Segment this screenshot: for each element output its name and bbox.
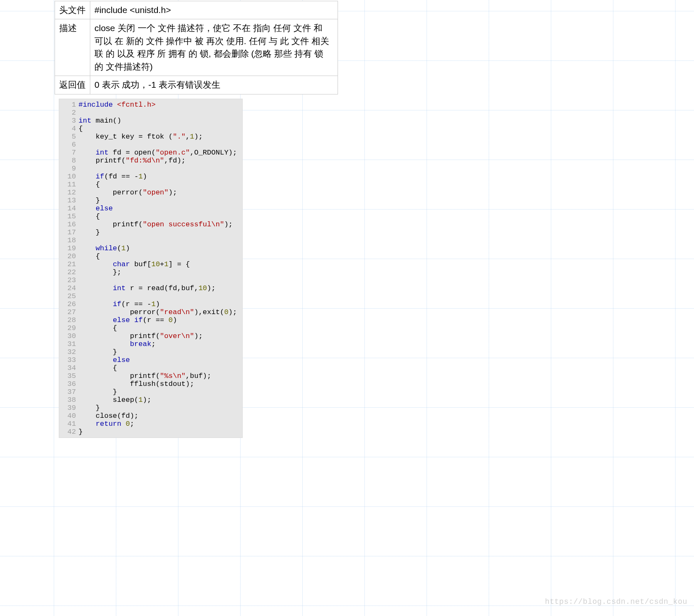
line-number: 1 (59, 101, 79, 109)
code-line: 9 (59, 165, 242, 173)
table-row: 返回值 0 表示 成功，-1 表示有错误发生 (55, 76, 338, 94)
code-source: sleep(1); (79, 396, 242, 404)
line-number: 36 (59, 380, 79, 388)
line-number: 4 (59, 125, 79, 133)
line-number: 2 (59, 109, 79, 117)
row-label: 头文件 (55, 1, 90, 19)
code-line: 31 break; (59, 340, 242, 348)
code-source: } (79, 228, 242, 236)
line-number: 21 (59, 260, 79, 268)
code-source: key_t key = ftok (".",1); (79, 133, 242, 141)
line-number: 19 (59, 244, 79, 252)
code-line: 30 printf("over\n"); (59, 332, 242, 340)
line-number: 28 (59, 316, 79, 324)
code-line: 14 else (59, 204, 242, 212)
code-source: { (79, 324, 242, 332)
code-line: 41 return 0; (59, 420, 242, 428)
code-source: printf("fd:%d\n",fd); (79, 157, 242, 165)
code-line: 13 } (59, 197, 242, 204)
line-number: 30 (59, 332, 79, 340)
code-source: printf("over\n"); (79, 332, 242, 340)
code-source: } (79, 404, 242, 412)
code-source: else (79, 356, 242, 364)
code-source: } (79, 388, 242, 396)
code-source: else if(r == 0) (79, 316, 242, 324)
code-source (79, 292, 242, 300)
code-source: }; (79, 268, 242, 276)
line-number: 37 (59, 388, 79, 396)
code-line: 25 (59, 292, 242, 300)
code-source: if(r == -1) (79, 300, 242, 308)
code-source: printf("%s\n",buf); (79, 372, 242, 380)
line-number: 27 (59, 308, 79, 316)
doc-table: 头文件 #include <unistd.h> 描述 close 关闭 一个 文… (55, 1, 338, 94)
code-source: } (79, 197, 242, 204)
code-line: 26 if(r == -1) (59, 300, 242, 308)
code-line: 28 else if(r == 0) (59, 316, 242, 324)
code-source: { (79, 125, 242, 133)
code-source (79, 109, 242, 117)
code-line: 10 if(fd == -1) (59, 173, 242, 181)
code-source: int r = read(fd,buf,10); (79, 284, 242, 292)
code-line: 20 { (59, 252, 242, 260)
code-line: 21 char buf[10+1] = { (59, 260, 242, 268)
line-number: 38 (59, 396, 79, 404)
line-number: 35 (59, 372, 79, 380)
code-line: 16 printf("open successful\n"); (59, 220, 242, 228)
row-value: #include <unistd.h> (90, 1, 338, 19)
code-line: 29 { (59, 324, 242, 332)
code-line: 1#include <fcntl.h> (59, 101, 242, 109)
code-source: fflush(stdout); (79, 380, 242, 388)
line-number: 31 (59, 340, 79, 348)
line-number: 5 (59, 133, 79, 141)
code-line: 6 (59, 141, 242, 149)
line-number: 39 (59, 404, 79, 412)
watermark-text: https://blog.csdn.net/csdn_kou (545, 598, 687, 606)
code-source: { (79, 252, 242, 260)
code-line: 5 key_t key = ftok (".",1); (59, 133, 242, 141)
code-source (79, 141, 242, 149)
line-number: 29 (59, 324, 79, 332)
code-line: 4{ (59, 125, 242, 133)
row-label: 描述 (55, 19, 90, 76)
code-line: 27 perror("read\n"),exit(0); (59, 308, 242, 316)
code-line: 36 fflush(stdout); (59, 380, 242, 388)
code-source: char buf[10+1] = { (79, 260, 242, 268)
line-number: 20 (59, 252, 79, 260)
code-line: 39 } (59, 404, 242, 412)
code-line: 3int main() (59, 117, 242, 125)
line-number: 3 (59, 117, 79, 125)
code-source: { (79, 364, 242, 372)
line-number: 33 (59, 356, 79, 364)
row-value: 0 表示 成功，-1 表示有错误发生 (90, 76, 338, 94)
code-line: 40 close(fd); (59, 412, 242, 420)
code-line: 11 { (59, 181, 242, 189)
line-number: 11 (59, 181, 79, 189)
line-number: 12 (59, 189, 79, 197)
row-value: close 关闭 一个 文件 描述符，使它 不在 指向 任何 文件 和 可以 在… (90, 19, 338, 76)
code-source: perror("read\n"),exit(0); (79, 308, 242, 316)
code-line: 18 (59, 236, 242, 244)
code-source: perror("open"); (79, 189, 242, 197)
code-source: else (79, 204, 242, 212)
code-line: 37 } (59, 388, 242, 396)
code-line: 17 } (59, 228, 242, 236)
content-area: 头文件 #include <unistd.h> 描述 close 关闭 一个 文… (0, 0, 694, 438)
line-number: 16 (59, 220, 79, 228)
code-source: } (79, 428, 242, 436)
line-number: 14 (59, 204, 79, 212)
code-line: 8 printf("fd:%d\n",fd); (59, 157, 242, 165)
code-line: 32 } (59, 348, 242, 356)
code-source: int main() (79, 117, 242, 125)
line-number: 42 (59, 428, 79, 436)
table-row: 头文件 #include <unistd.h> (55, 1, 338, 19)
code-source (79, 276, 242, 284)
line-number: 17 (59, 228, 79, 236)
code-line: 2 (59, 109, 242, 117)
table-row: 描述 close 关闭 一个 文件 描述符，使它 不在 指向 任何 文件 和 可… (55, 19, 338, 76)
code-line: 33 else (59, 356, 242, 364)
line-number: 26 (59, 300, 79, 308)
code-source: { (79, 212, 242, 220)
code-source: int fd = open("open.c",O_RDONLY); (79, 149, 242, 157)
code-line: 42} (59, 428, 242, 436)
